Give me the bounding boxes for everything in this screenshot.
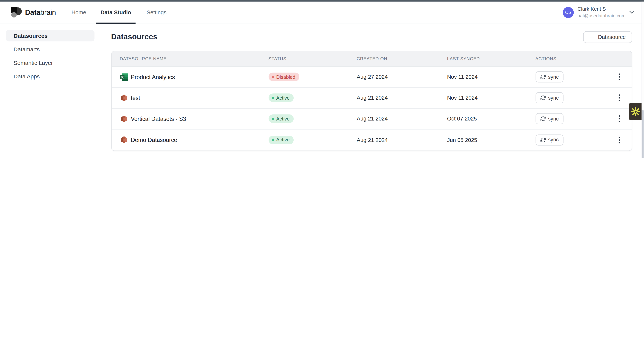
column-header-synced: LAST SYNCED [442, 56, 530, 61]
sync-label: sync [548, 95, 559, 101]
nav-tab-home[interactable]: Home [72, 1, 86, 23]
sidebar-item-semantic-layer[interactable]: Semantic Layer [6, 57, 94, 68]
sidebar-item-datasources[interactable]: Datasources [6, 30, 94, 41]
kebab-menu-icon[interactable] [616, 135, 622, 145]
refresh-icon [540, 74, 546, 80]
table-header-row: DATASOURCE NAME STATUS CREATED ON LAST S… [112, 51, 632, 67]
sync-label: sync [548, 137, 559, 143]
plus-icon [590, 34, 595, 40]
refresh-icon [540, 116, 546, 121]
user-name: Clark Kent S [578, 6, 626, 13]
user-info: Clark Kent S uat@usedatabrain.com [578, 6, 626, 18]
window-top-strip [0, 0, 644, 1]
kebab-menu-icon[interactable] [616, 72, 622, 82]
redshift-icon [120, 94, 128, 102]
column-header-name: DATASOURCE NAME [112, 56, 263, 61]
databrain-logo-icon [11, 6, 22, 18]
status-label: Active [276, 95, 290, 101]
sync-button[interactable]: sync [535, 134, 564, 146]
scrollbar-thumb[interactable] [642, 110, 644, 158]
brand-name-regular: brain [40, 8, 56, 16]
last-synced: Jun 05 2025 [442, 137, 530, 143]
nav-tab-data-studio[interactable]: Data Studio [96, 1, 136, 23]
brand-name-bold: Data [25, 8, 40, 16]
datasource-name[interactable]: Product Analytics [131, 74, 175, 80]
kebab-menu-icon[interactable] [616, 114, 622, 124]
created-on: Aug 21 2024 [352, 116, 442, 122]
status-dot [272, 118, 274, 120]
column-header-status: STATUS [263, 56, 352, 61]
add-datasource-button[interactable]: Datasource [583, 31, 632, 43]
sync-button[interactable]: sync [535, 113, 564, 124]
table-row[interactable]: test Active Aug 21 2024 Nov 11 2024 sync [112, 88, 632, 108]
active-tab-underline [96, 22, 136, 24]
sync-label: sync [548, 74, 559, 80]
column-header-actions: ACTIONS [530, 56, 632, 61]
sidebar: Datasources Datamarts Semantic Layer Dat… [0, 24, 100, 158]
last-synced: Nov 11 2024 [442, 95, 530, 101]
status-dot [272, 97, 274, 99]
app-window: Databrain Home Data Studio Settings CS C… [0, 0, 644, 158]
asterisk-icon [631, 107, 640, 116]
created-on: Aug 21 2024 [352, 95, 442, 101]
status-badge: Active [268, 136, 294, 144]
status-badge: Active [268, 115, 294, 123]
last-synced: Oct 07 2025 [442, 116, 530, 122]
page-title: Datasources [111, 32, 158, 41]
brand-home-link[interactable]: Databrain [11, 1, 56, 23]
sync-button[interactable]: sync [535, 71, 564, 83]
main-content: Datasources Datasource DATASOURCE NAME S… [100, 24, 644, 158]
app-header: Databrain Home Data Studio Settings CS C… [0, 1, 644, 23]
refresh-icon [540, 137, 546, 143]
user-menu[interactable]: CS Clark Kent S uat@usedatabrain.com [563, 1, 634, 23]
avatar-initials: CS [565, 10, 571, 15]
add-datasource-label: Datasource [598, 34, 626, 40]
excel-icon [120, 73, 128, 81]
table-row[interactable]: Demo Datasource Active Aug 21 2024 Jun 0… [112, 129, 632, 150]
column-header-created: CREATED ON [352, 56, 442, 61]
status-dot [272, 139, 274, 141]
table-row[interactable]: Product Analytics Disabled Aug 27 2024 N… [112, 67, 632, 88]
status-label: Active [276, 116, 290, 122]
created-on: Aug 27 2024 [352, 74, 442, 80]
sync-button[interactable]: sync [535, 92, 564, 103]
last-synced: Nov 11 2024 [442, 74, 530, 80]
refresh-icon [540, 95, 546, 100]
created-on: Aug 21 2024 [352, 137, 442, 143]
sync-label: sync [548, 116, 559, 122]
status-label: Active [276, 137, 290, 143]
sidebar-item-datamarts[interactable]: Datamarts [6, 43, 94, 55]
redshift-icon [120, 136, 128, 144]
datasource-name[interactable]: Demo Datasource [131, 137, 177, 143]
avatar: CS [563, 7, 574, 18]
table-row[interactable]: Vertical Datasets - S3 Active Aug 21 202… [112, 108, 632, 129]
status-dot [272, 76, 274, 78]
datasources-table: DATASOURCE NAME STATUS CREATED ON LAST S… [111, 51, 632, 151]
kebab-menu-icon[interactable] [616, 93, 622, 103]
redshift-icon [120, 115, 128, 123]
feedback-side-tab[interactable] [629, 103, 642, 120]
status-badge: Disabled [268, 73, 300, 81]
nav-tab-settings[interactable]: Settings [147, 1, 167, 23]
user-email: uat@usedatabrain.com [578, 12, 626, 18]
status-label: Disabled [276, 74, 296, 80]
datasource-name[interactable]: Vertical Datasets - S3 [131, 115, 186, 122]
chevron-down-icon [629, 11, 634, 14]
sidebar-item-data-apps[interactable]: Data Apps [6, 70, 94, 82]
status-badge: Active [268, 94, 294, 102]
datasource-name[interactable]: test [131, 95, 140, 101]
brand-name: Databrain [25, 8, 56, 17]
